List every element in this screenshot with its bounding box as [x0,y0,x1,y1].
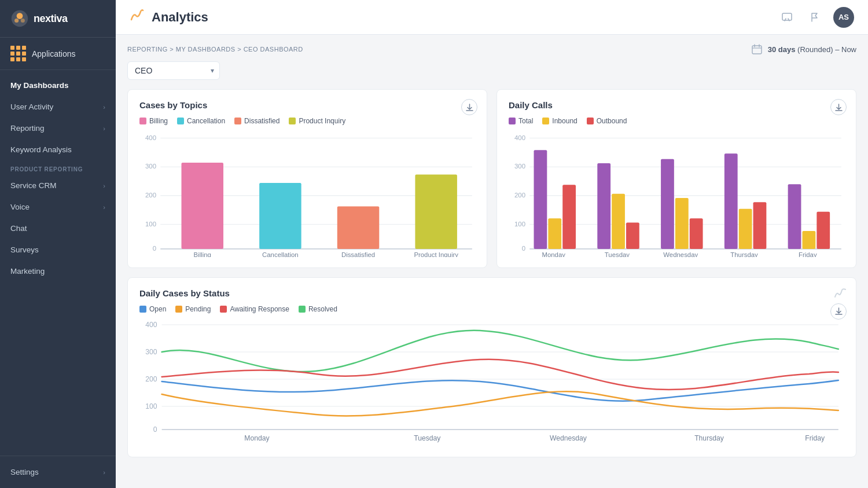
calendar-icon [752,44,762,54]
svg-text:200: 200 [145,192,156,199]
legend-product-inquiry: Product Inquiry [289,117,345,125]
cases-bar-chart: 400 300 200 100 0 [139,131,475,257]
daily-calls-card: Daily Calls Total Inbound Outbou [496,89,856,268]
cases-by-topics-title: Cases by Topics [139,100,475,110]
svg-rect-20 [259,183,301,249]
svg-text:Wednesday: Wednesday [550,434,587,442]
dashboard-select-row: CEO Manager Director [127,61,856,80]
svg-text:Thursday: Thursday [730,251,758,257]
main-area: Analytics AS REPORTING > MY DASHBOARDS >… [116,0,868,488]
svg-rect-38 [534,150,547,249]
sidebar-item-surveys[interactable]: Surveys [0,239,116,260]
svg-text:Monday: Monday [542,251,565,257]
legend-dot-cancellation [177,118,184,124]
daily-cases-card: Daily Cases by Status Open Pending Awai [127,277,856,457]
legend-dot-billing [139,118,146,124]
svg-text:Product Inquiry: Product Inquiry [414,251,458,257]
svg-rect-52 [816,212,830,249]
svg-text:400: 400 [145,134,156,141]
svg-text:100: 100 [514,221,525,228]
top-charts-row: Cases by Topics Billing Cancellation [127,89,856,268]
svg-text:400: 400 [514,134,525,141]
sidebar-item-voice[interactable]: Voice › [0,196,116,218]
sidebar-item-chat[interactable]: Chat [0,218,116,239]
svg-text:200: 200 [145,375,157,383]
svg-rect-44 [661,159,674,249]
date-range-area: 30 days (Rounded) – Now [752,44,856,54]
cases-legend: Billing Cancellation Dissatisfied Produc… [139,117,475,125]
logo-text: nextiva [34,13,68,25]
sidebar-item-label: Reporting [10,124,45,133]
svg-rect-47 [724,153,738,249]
svg-rect-46 [690,218,703,249]
svg-text:Friday: Friday [799,251,817,257]
svg-rect-19 [182,163,224,249]
svg-text:Monday: Monday [244,434,270,442]
sidebar-item-label: Chat [10,224,27,233]
legend-inbound: Inbound [542,117,577,125]
chevron-icon: › [103,469,105,476]
legend-pending: Pending [175,305,211,313]
svg-text:200: 200 [514,192,525,199]
sidebar-item-label: Surveys [10,245,39,254]
sidebar-item-keyword-analysis[interactable]: Keyword Analysis [0,139,116,160]
sidebar-item-label: Service CRM [10,181,57,190]
ceo-select-wrap[interactable]: CEO Manager Director [127,61,220,80]
calls-bar-chart: 400 300 200 100 0 [509,131,844,257]
ceo-select[interactable]: CEO Manager Director [127,61,220,80]
legend-dot-product-inquiry [289,118,296,124]
page-title: Analytics [152,10,208,25]
svg-text:400: 400 [145,321,157,329]
svg-rect-49 [753,202,767,249]
line-chart-icon [834,287,847,302]
cases-by-topics-card: Cases by Topics Billing Cancellation [127,89,487,268]
svg-rect-51 [803,231,816,249]
legend-total: Total [509,117,533,125]
sidebar-item-my-dashboards[interactable]: My Dashboards [0,75,116,96]
legend-open: Open [139,305,166,313]
user-avatar[interactable]: AS [833,7,854,28]
sidebar-item-label: Keyword Analysis [10,145,72,154]
sidebar-item-marketing[interactable]: Marketing [0,260,116,282]
legend-outbound: Outbound [587,117,627,125]
daily-cases-title: Daily Cases by Status [139,288,844,298]
legend-dot-inbound [542,118,549,124]
sidebar-item-label: User Activity [10,102,53,111]
svg-text:Billing: Billing [194,251,211,257]
sidebar: nextiva Applications My Dashboards User … [0,0,116,488]
sidebar-item-service-crm[interactable]: Service CRM › [0,175,116,196]
svg-rect-39 [548,218,561,249]
svg-text:Tuesday: Tuesday [605,251,630,257]
legend-dissatisfied: Dissatisfied [234,117,279,125]
legend-billing: Billing [139,117,168,125]
sidebar-item-user-activity[interactable]: User Activity › [0,96,116,118]
svg-rect-40 [562,185,576,249]
chevron-icon: › [103,104,105,111]
logo-area: nextiva [0,0,116,38]
applications-menu[interactable]: Applications [0,38,116,70]
legend-dot-open [139,306,146,313]
download-button[interactable] [830,303,847,320]
download-button[interactable] [830,99,847,115]
chat-icon[interactable] [778,8,796,27]
svg-point-1 [17,13,23,19]
svg-rect-21 [337,207,380,249]
app-header: Analytics AS [116,0,868,35]
svg-rect-42 [612,194,625,249]
legend-dot-resolved [299,306,306,313]
svg-text:300: 300 [145,163,156,170]
svg-rect-5 [752,46,762,54]
svg-rect-41 [597,163,610,249]
sidebar-item-settings[interactable]: Settings › [10,463,105,481]
flag-icon[interactable] [806,8,824,27]
legend-dot-total [509,118,516,124]
svg-text:300: 300 [514,163,525,170]
svg-rect-45 [675,198,689,249]
download-button[interactable] [461,99,477,115]
sidebar-bottom: Settings › [0,456,116,488]
legend-dot-dissatisfied [234,118,241,124]
analytics-icon [130,8,145,27]
svg-rect-43 [626,222,639,249]
chevron-icon: › [103,125,105,132]
sidebar-item-reporting[interactable]: Reporting › [0,118,116,139]
